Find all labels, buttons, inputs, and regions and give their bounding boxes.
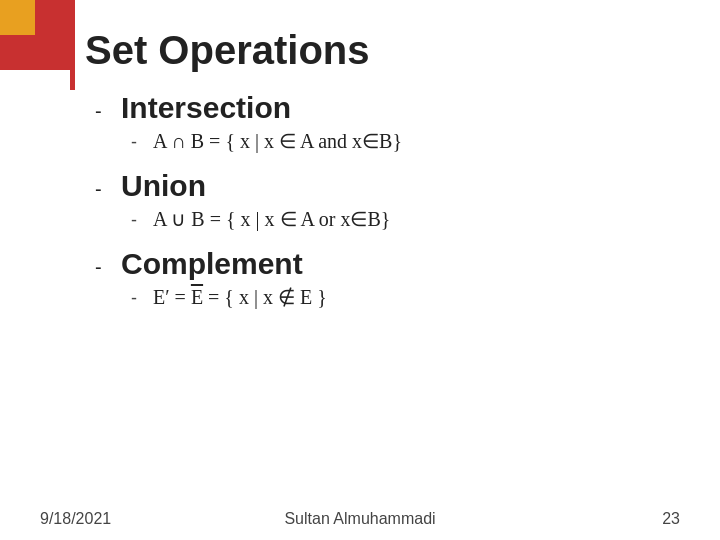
footer-author: Sultan Almuhammadi xyxy=(284,510,435,528)
e-bar: E xyxy=(191,286,203,308)
union-sub-bullet: - xyxy=(131,210,145,231)
section-complement: - Complement - E′ = E = { x | x ∉ E } xyxy=(95,247,680,317)
intersection-formula-row: - A ∩ B = { x | x ∈ A and x∈B} xyxy=(95,129,680,153)
union-formula-row: - A ∪ B = { x | x ∈ A or x∈B} xyxy=(95,207,680,231)
union-title-row: - Union xyxy=(95,169,680,203)
complement-title: Complement xyxy=(121,247,303,281)
union-title: Union xyxy=(121,169,206,203)
content-area: - Intersection - A ∩ B = { x | x ∈ A and… xyxy=(85,91,680,522)
complement-formula-row: - E′ = E = { x | x ∉ E } xyxy=(95,285,680,309)
intersection-title-row: - Intersection xyxy=(95,91,680,125)
section-union: - Union - A ∪ B = { x | x ∈ A or x∈B} xyxy=(95,169,680,239)
complement-sub-bullet: - xyxy=(131,288,145,309)
complement-title-row: - Complement xyxy=(95,247,680,281)
complement-bullet: - xyxy=(95,256,111,279)
slide-title: Set Operations xyxy=(85,28,680,73)
intersection-title: Intersection xyxy=(121,91,291,125)
intersection-sub-bullet: - xyxy=(131,132,145,153)
footer-date: 9/18/2021 xyxy=(40,510,111,528)
complement-formula: E′ = E = { x | x ∉ E } xyxy=(153,285,327,309)
intersection-formula: A ∩ B = { x | x ∈ A and x∈B} xyxy=(153,129,402,153)
section-intersection: - Intersection - A ∩ B = { x | x ∈ A and… xyxy=(95,91,680,161)
union-formula: A ∪ B = { x | x ∈ A or x∈B} xyxy=(153,207,390,231)
footer-page: 23 xyxy=(662,510,680,528)
intersection-bullet: - xyxy=(95,100,111,123)
union-bullet: - xyxy=(95,178,111,201)
slide-content: Set Operations - Intersection - A ∩ B = … xyxy=(0,0,720,540)
